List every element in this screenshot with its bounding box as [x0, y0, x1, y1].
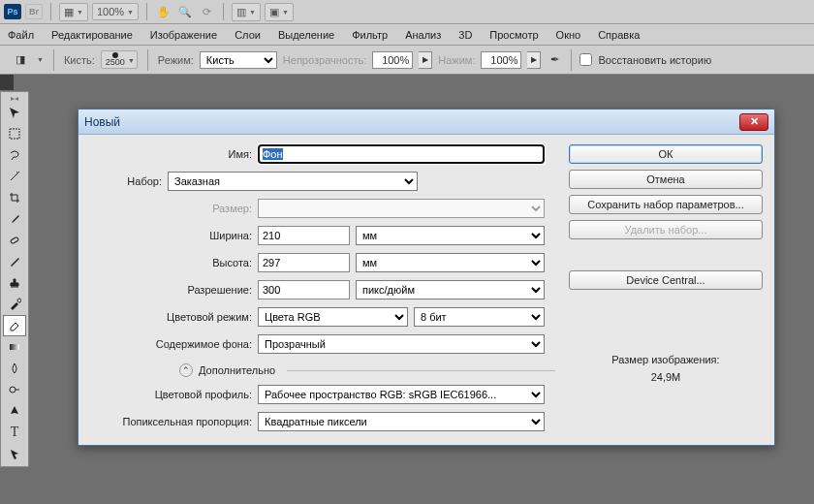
bandage-icon [8, 234, 21, 247]
background-select[interactable]: Прозрачный [258, 334, 545, 354]
wand-tool[interactable] [3, 166, 26, 187]
color-depth-select[interactable]: 8 бит [414, 307, 545, 327]
width-label: Ширина: [103, 230, 258, 241]
brush-preset-picker[interactable]: 2500 ▼ [101, 50, 138, 69]
launch-menu[interactable]: ▦▼ [59, 3, 88, 21]
close-icon: ✕ [750, 115, 759, 128]
device-central-button[interactable]: Device Central... [569, 270, 763, 290]
resolution-input[interactable] [258, 280, 350, 299]
width-unit-select[interactable]: мм [356, 226, 545, 245]
pen-icon [8, 404, 21, 418]
background-label: Содержимое фона: [103, 338, 258, 350]
menu-image[interactable]: Изображение [150, 29, 217, 41]
resolution-unit-select[interactable]: пикс/дюйм [356, 280, 545, 299]
eraser-tool[interactable] [3, 315, 26, 336]
dialog-form: Имя: Набор: Заказная Размер: Ширина: мм [90, 144, 555, 431]
menu-analysis[interactable]: Анализ [405, 29, 441, 41]
marquee-tool[interactable] [3, 123, 26, 144]
eraser-tool-icon[interactable]: ◨ [10, 51, 31, 69]
svg-point-3 [10, 387, 16, 393]
advanced-label: Дополнительно [199, 364, 275, 376]
tab-well[interactable] [0, 75, 14, 90]
menu-view[interactable]: Просмотр [489, 29, 538, 41]
path-select-tool[interactable] [3, 443, 26, 464]
delete-preset-button[interactable]: Удалить набор... [569, 220, 763, 239]
opacity-flyout[interactable]: ▶ [419, 51, 432, 69]
pixel-aspect-select[interactable]: Квадратные пиксели [258, 412, 545, 431]
name-input[interactable] [258, 144, 545, 164]
bridge-icon[interactable]: Br [25, 4, 43, 19]
toolbox: ▸◂ T [0, 91, 29, 467]
chevron-up-icon: ⌃ [179, 363, 193, 377]
eyedropper-tool[interactable] [3, 208, 26, 230]
preset-select[interactable]: Заказная [168, 172, 418, 191]
image-size-value: 24,9M [611, 371, 719, 383]
height-unit-select[interactable]: мм [356, 253, 545, 272]
menu-help[interactable]: Справка [598, 29, 640, 41]
history-brush-icon [8, 298, 21, 311]
healing-tool[interactable] [3, 230, 26, 251]
eraser-icon [8, 319, 21, 332]
drop-icon [8, 362, 21, 375]
image-size-label: Размер изображения: [611, 354, 719, 365]
airbrush-icon[interactable]: ✒ [550, 53, 559, 66]
size-select[interactable] [258, 199, 545, 218]
brush-tool[interactable] [3, 251, 26, 272]
toolbox-grip[interactable]: ▸◂ [1, 94, 28, 102]
flow-flyout[interactable]: ▶ [527, 51, 541, 69]
menu-layer[interactable]: Слои [235, 29, 261, 41]
erase-history-label: Восстановить историю [598, 54, 711, 66]
height-input[interactable] [258, 253, 350, 272]
opacity-value[interactable]: 100% [372, 51, 413, 69]
color-profile-select[interactable]: Рабочее пространство RGB: sRGB IEC61966.… [258, 385, 545, 404]
new-document-dialog: Новый ✕ Имя: Набор: Заказная Размер: Шир… [78, 109, 775, 446]
arrange-documents[interactable]: ▥▼ [232, 3, 261, 21]
mode-select[interactable]: Кисть [200, 51, 277, 69]
flow-label: Нажим: [438, 54, 475, 66]
stamp-tool[interactable] [3, 272, 26, 294]
gradient-icon [8, 340, 21, 354]
history-brush-tool[interactable] [3, 294, 26, 315]
pen-tool[interactable] [3, 400, 26, 422]
screen-icon: ▣ [269, 6, 279, 18]
eyedropper-icon [8, 212, 21, 226]
dodge-icon [8, 383, 21, 396]
color-mode-select[interactable]: Цвета RGB [258, 307, 408, 327]
type-tool[interactable]: T [3, 422, 26, 443]
rotate-view-icon[interactable]: ⟳ [198, 3, 215, 20]
ok-button[interactable]: ОК [569, 144, 763, 164]
cancel-button[interactable]: Отмена [569, 170, 763, 189]
dodge-tool[interactable] [3, 379, 26, 400]
screen-mode[interactable]: ▣▼ [265, 3, 294, 21]
menu-select[interactable]: Выделение [278, 29, 334, 41]
close-button[interactable]: ✕ [739, 113, 768, 131]
advanced-toggle[interactable]: ⌃ Дополнительно [179, 363, 555, 377]
menu-edit[interactable]: Редактирование [51, 29, 133, 41]
menu-bar: Файл Редактирование Изображение Слои Выд… [0, 24, 814, 46]
svg-rect-1 [11, 236, 19, 243]
width-input[interactable] [258, 226, 350, 245]
arrow-icon [8, 447, 21, 460]
save-preset-button[interactable]: Сохранить набор параметров... [569, 195, 763, 214]
hand-icon[interactable]: ✋ [155, 3, 172, 20]
move-tool[interactable] [3, 102, 26, 123]
dialog-titlebar[interactable]: Новый ✕ [78, 110, 774, 135]
resolution-label: Разрешение: [103, 284, 258, 296]
flow-value[interactable]: 100% [481, 51, 521, 69]
photoshop-icon[interactable]: Ps [4, 4, 21, 19]
menu-filter[interactable]: Фильтр [352, 29, 388, 41]
erase-history-checkbox[interactable] [579, 53, 592, 66]
dialog-title: Новый [84, 115, 120, 129]
pixel-aspect-label: Попиксельная пропорция: [103, 416, 258, 427]
zoom-chip[interactable]: 100%▼ [92, 3, 139, 20]
gradient-tool[interactable] [3, 336, 26, 358]
menu-3d[interactable]: 3D [458, 29, 472, 41]
zoom-icon[interactable]: 🔍 [176, 3, 194, 20]
lasso-tool[interactable] [3, 144, 26, 166]
blur-tool[interactable] [3, 358, 26, 379]
wand-icon [8, 170, 21, 183]
menu-window[interactable]: Окно [556, 29, 581, 41]
menu-file[interactable]: Файл [8, 29, 34, 41]
crop-tool[interactable] [3, 187, 26, 208]
brush-icon [8, 255, 21, 268]
